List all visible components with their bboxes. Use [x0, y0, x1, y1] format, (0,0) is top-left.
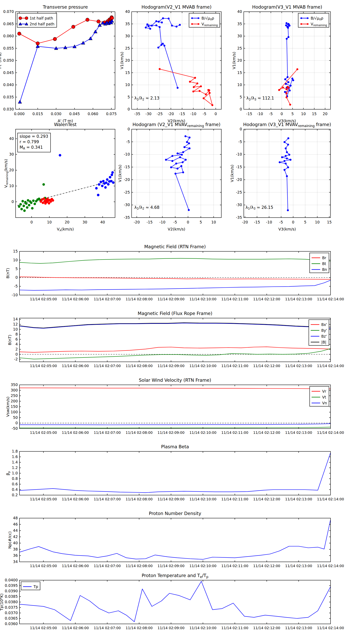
- y-tick-label: 44: [13, 528, 18, 532]
- x-tick-label: 11/14 02:08:00: [126, 564, 152, 568]
- legend: BrBtBn: [310, 253, 329, 273]
- y-tick-label: -35: [236, 215, 242, 220]
- x-tick-label: 30: [82, 220, 87, 224]
- x-tick-label: -15: [146, 220, 152, 224]
- series-bt: [19, 258, 331, 264]
- y-tick-label: 300: [11, 388, 18, 392]
- y-tick-label: 1.8: [12, 449, 18, 453]
- y-tick-label: 40: [13, 541, 18, 545]
- x-tick-label: 11/14 02:08:00: [126, 430, 152, 434]
- x-tick-label: -25: [157, 112, 163, 116]
- x-tick-label: -5: [269, 112, 273, 116]
- x-tick-label: 5: [200, 220, 202, 224]
- legend: Bx'By'Bz'|B|: [309, 320, 329, 346]
- x-tick-label: 11/14 02:07:00: [94, 626, 121, 630]
- y-tick-label: 38: [13, 547, 18, 551]
- x-tick-label: 11/14 02:14:00: [317, 626, 344, 630]
- series-line-v-path: [166, 136, 190, 210]
- legend-label: |B|: [321, 340, 326, 344]
- legend-label: By': [321, 328, 327, 332]
- x-tick-label: 11/14 02:07:00: [94, 497, 121, 501]
- series-beta: [19, 453, 331, 492]
- y-tick-label: -5: [126, 140, 130, 144]
- y-tick-label: 35: [237, 22, 242, 26]
- stats-box: slope = 0.293r = 0.799MA = 0.341: [17, 133, 50, 152]
- series-line-b-alfven: [285, 23, 293, 96]
- x-tick-label: 11/14 02:06:00: [62, 430, 89, 434]
- axes-border: [19, 318, 331, 362]
- y-tick-label: 0.055: [3, 46, 14, 50]
- x-tick-label: 11/14 02:13:00: [285, 626, 312, 630]
- x-tick-label: 11/14 02:11:00: [221, 297, 248, 301]
- chart-title: Magnetic Field (RTN Frame): [144, 244, 206, 249]
- y-tick-label: 25: [237, 46, 242, 50]
- legend: 1st half path2nd half path: [17, 13, 57, 27]
- x-tick-label: 15: [312, 112, 317, 116]
- x-tick-label: 0: [281, 112, 283, 116]
- x-tick-label: 11/14 02:05:00: [30, 626, 57, 630]
- x-tick-label: -10: [257, 112, 263, 116]
- y-tick-label: 10: [13, 327, 18, 331]
- y-tick-label: -15: [124, 165, 130, 169]
- series-scatter-red: [39, 197, 54, 204]
- lambda-annotation: λ1/λ3 ≈ 112.1: [246, 96, 274, 101]
- legend-label: Vt: [322, 395, 326, 399]
- axes-border: [244, 129, 331, 218]
- series-line-bt: [19, 258, 331, 264]
- x-tick-label: 0: [292, 220, 294, 224]
- x-tick-label: -30: [145, 112, 151, 116]
- x-tick-label: 11/14 02:10:00: [189, 430, 216, 434]
- series-line-bn: [19, 280, 331, 290]
- y-tick-label: -10: [12, 293, 18, 297]
- y-tick-label: 350: [11, 382, 18, 387]
- lambda-annotation: λ1/λ3 ≈ 26.15: [246, 205, 273, 210]
- series-line-bx-prime: [19, 347, 331, 352]
- y-tick-label: 10: [125, 82, 130, 87]
- legend-label: Tp: [33, 584, 38, 589]
- solar-wind-velocity-plot: 11/14 02:05:0011/14 02:06:0011/14 02:07:…: [19, 385, 331, 428]
- x-tick-label: 11/14 02:10:00: [189, 364, 216, 368]
- y-tick-label: -25: [124, 190, 130, 194]
- chart-hodogram-v3v1-mvab: -15-10-5051015200510152025303540Hodogram…: [244, 12, 331, 109]
- x-tick-label: 11/14 02:13:00: [285, 564, 312, 568]
- x-tick-label: 0: [215, 112, 217, 116]
- series-by-prime: [19, 348, 331, 359]
- x-tick-label: 11/14 02:10:00: [189, 626, 216, 630]
- x-tick-label: 10: [315, 220, 320, 224]
- x-tick-label: 0: [30, 220, 33, 224]
- y-tick-label: 0.0360: [5, 622, 18, 626]
- chart-title: Hodogram(V2_V1 MVAB frame): [141, 4, 211, 10]
- series-v-remaining: [278, 68, 298, 106]
- x-tick-label: 0.075: [106, 112, 117, 116]
- x-tick-label: 11/14 02:05:00: [30, 564, 57, 568]
- y-tick-label: 4: [15, 342, 18, 346]
- y-tick-label: 0.4: [12, 487, 18, 492]
- x-tick-label: 11/14 02:13:00: [285, 297, 312, 301]
- x-tick-label: 11/14 02:10:00: [189, 564, 216, 568]
- y-tick-label: 0.065: [3, 22, 14, 26]
- y-tick-label: 5: [15, 266, 18, 271]
- legend-label: Bt: [322, 262, 326, 266]
- y-tick-label: 0.030: [3, 107, 14, 111]
- x-tick-label: 11/14 02:11:00: [221, 626, 248, 630]
- y-tick-label: 15: [13, 249, 18, 253]
- y-tick-label: -10: [124, 152, 130, 156]
- y-axis-label: B(nT): [7, 335, 12, 345]
- y-tick-label: 0.0400: [5, 578, 18, 582]
- x-tick-label: -10: [159, 220, 165, 224]
- x-tick-label: -10: [266, 220, 272, 224]
- y-tick-label: -25: [236, 190, 242, 194]
- chart-solar-wind-velocity: 11/14 02:05:0011/14 02:06:0011/14 02:07:…: [19, 385, 331, 428]
- y-tick-label: 40: [125, 9, 130, 14]
- chart-hodogram-v3v1-mvav: -20-15-10-5051015-35-30-25-20-15-10-50Ho…: [244, 129, 331, 218]
- y-tick-label: 0: [240, 127, 242, 131]
- x-tick-label: 11/14 02:13:00: [285, 364, 312, 368]
- x-axis-label: V2(km/s): [168, 227, 185, 232]
- chart-title: Transverse pressure: [43, 4, 88, 10]
- y-tick-label: 15: [237, 70, 242, 75]
- series-line-v-remaining: [160, 69, 212, 105]
- x-tick-label: 11/14 02:07:00: [94, 564, 121, 568]
- x-tick-label: 11/14 02:06:00: [62, 564, 89, 568]
- legend-label: 1st half path: [30, 16, 53, 20]
- proton-temperature-plot: 11/14 02:05:0011/14 02:06:0011/14 02:07:…: [19, 580, 331, 624]
